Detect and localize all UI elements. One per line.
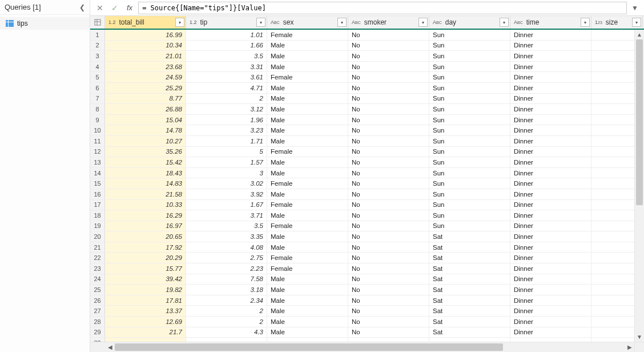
row-number[interactable]: 29 xyxy=(90,327,105,338)
table-row[interactable]: 1235.265FemaleNoSunDinner xyxy=(90,147,644,158)
table-row[interactable]: 2117.924.08MaleNoSatDinner xyxy=(90,242,644,253)
cell-total_bill[interactable]: 24.59 xyxy=(105,72,186,82)
cell-tip[interactable]: 3.5 xyxy=(186,51,267,61)
cell-total_bill[interactable]: 15.04 xyxy=(105,115,186,125)
cell-sex[interactable]: Female xyxy=(267,263,348,274)
cell-sex[interactable]: Male xyxy=(267,274,348,285)
cell-total_bill[interactable]: 13.37 xyxy=(105,306,186,316)
row-number[interactable]: 14 xyxy=(90,168,105,178)
hscroll-thumb[interactable] xyxy=(115,343,503,351)
cell-smoker[interactable]: No xyxy=(348,125,429,135)
scroll-right-icon[interactable]: ▶ xyxy=(625,342,634,352)
cell-day[interactable]: Sun xyxy=(429,210,510,221)
row-number[interactable]: 16 xyxy=(90,189,105,199)
cell-total_bill[interactable]: 10.33 xyxy=(105,200,186,210)
cell-tip[interactable]: 4.3 xyxy=(186,327,267,338)
cell-sex[interactable]: Male xyxy=(267,157,348,167)
cell-sex[interactable]: Male xyxy=(267,317,348,327)
cell-smoker[interactable]: No xyxy=(348,285,429,295)
column-header-day[interactable]: ABCday▾ xyxy=(429,16,510,29)
cell-day[interactable]: Sun xyxy=(429,104,510,114)
vertical-scrollbar[interactable]: ▲ ▼ xyxy=(634,30,644,342)
cell-total_bill[interactable]: 35.26 xyxy=(105,147,186,157)
row-number[interactable]: 24 xyxy=(90,274,105,285)
cancel-formula-button[interactable]: ✕ xyxy=(94,2,106,14)
cell-time[interactable]: Dinner xyxy=(510,263,591,274)
cell-time[interactable]: Dinner xyxy=(510,317,591,327)
cell-smoker[interactable]: No xyxy=(348,242,429,253)
cell-time[interactable]: Dinner xyxy=(510,306,591,316)
row-number[interactable]: 27 xyxy=(90,306,105,316)
cell-sex[interactable]: Female xyxy=(267,253,348,263)
row-number[interactable]: 30 xyxy=(90,338,105,342)
cell-sex[interactable]: Female xyxy=(267,147,348,157)
hscroll-track[interactable] xyxy=(115,342,625,352)
cell-smoker[interactable]: No xyxy=(348,200,429,210)
cell-smoker[interactable]: No xyxy=(348,30,429,40)
cell-sex[interactable]: Male xyxy=(267,41,348,51)
cell-tip[interactable]: 1.71 xyxy=(186,136,267,146)
table-row[interactable]: 2812.692MaleNoSatDinner xyxy=(90,317,644,327)
cell-time[interactable]: Dinner xyxy=(510,295,591,306)
cell-day[interactable]: Sun xyxy=(429,178,510,189)
cell-sex[interactable] xyxy=(267,338,348,342)
cell-smoker[interactable]: No xyxy=(348,253,429,263)
cell-tip[interactable]: 1.67 xyxy=(186,200,267,210)
cell-time[interactable]: Dinner xyxy=(510,94,591,104)
cell-sex[interactable]: Male xyxy=(267,125,348,135)
cell-sex[interactable]: Male xyxy=(267,189,348,199)
cell-smoker[interactable]: No xyxy=(348,317,429,327)
cell-smoker[interactable]: No xyxy=(348,210,429,221)
cell-time[interactable]: Dinner xyxy=(510,72,591,82)
row-number[interactable]: 1 xyxy=(90,30,105,40)
scroll-left-icon[interactable]: ◀ xyxy=(105,342,115,352)
cell-smoker[interactable]: No xyxy=(348,157,429,167)
cell-total_bill[interactable]: 15.77 xyxy=(105,263,186,274)
cell-day[interactable]: Sat xyxy=(429,263,510,274)
cell-tip[interactable]: 3.18 xyxy=(186,285,267,295)
cell-total_bill[interactable]: 20.29 xyxy=(105,253,186,263)
column-filter-icon[interactable]: ▾ xyxy=(337,18,347,27)
cell-sex[interactable]: Male xyxy=(267,242,348,253)
cell-sex[interactable]: Male xyxy=(267,295,348,306)
cell-day[interactable]: Sat xyxy=(429,317,510,327)
cell-smoker[interactable]: No xyxy=(348,221,429,231)
cell-smoker[interactable]: No xyxy=(348,51,429,61)
cell-tip[interactable]: 3.31 xyxy=(186,62,267,72)
cell-time[interactable]: Dinner xyxy=(510,30,591,40)
cell-smoker[interactable]: No xyxy=(348,104,429,114)
table-row[interactable]: 2220.292.75FemaleNoSatDinner xyxy=(90,253,644,263)
cell-smoker[interactable]: No xyxy=(348,147,429,157)
row-number[interactable]: 10 xyxy=(90,125,105,135)
cell-sex[interactable]: Female xyxy=(267,30,348,40)
cell-day[interactable]: Sun xyxy=(429,115,510,125)
cell-day[interactable]: Sun xyxy=(429,41,510,51)
table-row[interactable]: 1110.271.71MaleNoSunDinner xyxy=(90,136,644,147)
row-number[interactable]: 9 xyxy=(90,115,105,125)
cell-total_bill[interactable]: 14.78 xyxy=(105,125,186,135)
cell-tip[interactable]: 2.34 xyxy=(186,295,267,306)
cell-total_bill[interactable]: 16.29 xyxy=(105,210,186,221)
cell-time[interactable]: Dinner xyxy=(510,157,591,167)
row-number[interactable]: 8 xyxy=(90,104,105,114)
cell-sex[interactable]: Male xyxy=(267,306,348,316)
cell-day[interactable]: Sun xyxy=(429,94,510,104)
cell-day[interactable]: Sun xyxy=(429,125,510,135)
table-row[interactable]: 116.991.01FemaleNoSunDinner xyxy=(90,30,644,41)
cell-day[interactable] xyxy=(429,338,510,342)
column-filter-icon[interactable]: ▾ xyxy=(256,18,265,27)
table-row[interactable]: 1418.433MaleNoSunDinner xyxy=(90,168,644,179)
cell-sex[interactable]: Female xyxy=(267,72,348,82)
cell-total_bill[interactable]: 8.77 xyxy=(105,94,186,104)
cell-total_bill[interactable]: 12.69 xyxy=(105,317,186,327)
cell-total_bill[interactable]: 10.27 xyxy=(105,136,186,146)
table-row[interactable]: 78.772MaleNoSunDinner xyxy=(90,94,644,105)
row-number[interactable]: 28 xyxy=(90,317,105,327)
cell-total_bill[interactable]: 21.58 xyxy=(105,189,186,199)
cell-tip[interactable]: 2 xyxy=(186,317,267,327)
cell-day[interactable]: Sat xyxy=(429,274,510,285)
cell-tip[interactable]: 3.02 xyxy=(186,178,267,189)
cell-time[interactable]: Dinner xyxy=(510,221,591,231)
cell-sex[interactable]: Male xyxy=(267,51,348,61)
cell-tip[interactable]: 3.5 xyxy=(186,221,267,231)
